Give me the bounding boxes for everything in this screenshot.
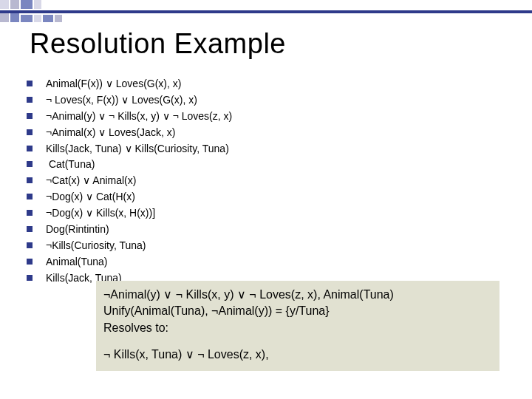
bullet-icon xyxy=(27,113,33,119)
clause-text: ¬Cat(x) ∨ Animal(x) xyxy=(46,174,136,188)
deco-square xyxy=(34,0,41,9)
bullet-icon xyxy=(27,146,33,151)
clause-row: ¬Dog(x) ∨ Kills(x, H(x))] xyxy=(27,206,517,220)
clause-text: ¬Animal(y) ∨ ¬ Kills(x, y) ∨ ¬ Loves(z, … xyxy=(46,109,232,123)
bullet-icon xyxy=(27,129,33,135)
deco-square xyxy=(21,0,33,9)
resolution-highlight-box: ¬Animal(y) ∨ ¬ Kills(x, y) ∨ ¬ Loves(z, … xyxy=(96,281,499,371)
bullet-icon xyxy=(27,194,33,200)
clause-text: ¬Kills(Curiosity, Tuna) xyxy=(46,239,146,253)
deco-square xyxy=(0,0,9,9)
bullet-icon xyxy=(27,275,33,281)
deco-square xyxy=(43,15,53,22)
highlight-line-2: Unify(Animal(Tuna), ¬Animal(y)) = {y/Tun… xyxy=(103,303,492,319)
bullet-icon xyxy=(27,210,33,216)
highlight-line-4: ¬ Kills(x, Tuna) ∨ ¬ Loves(z, x), xyxy=(103,347,492,363)
clause-row: ¬Cat(x) ∨ Animal(x) xyxy=(27,174,517,188)
clause-row: ¬Animal(x) ∨ Loves(Jack, x) xyxy=(27,126,517,140)
clause-row: Dog(Rintintin) xyxy=(27,222,517,236)
clause-text: ¬ Loves(x, F(x)) ∨ Loves(G(x), x) xyxy=(46,93,197,107)
top-accent-bar xyxy=(0,10,532,13)
clause-row: Animal(Tuna) xyxy=(27,255,517,269)
clause-row: ¬Kills(Curiosity, Tuna) xyxy=(27,239,517,253)
clause-text: Animal(Tuna) xyxy=(46,255,108,269)
clause-text: ¬Dog(x) ∨ Cat(H(x) xyxy=(46,190,135,204)
bullet-icon xyxy=(27,259,33,265)
highlight-line-3: Resolves to: xyxy=(103,320,492,336)
clause-text: ¬Dog(x) ∨ Kills(x, H(x))] xyxy=(46,206,155,220)
bullet-icon xyxy=(27,226,33,232)
clause-row: Cat(Tuna) xyxy=(27,157,517,171)
deco-square xyxy=(55,15,62,22)
deco-square xyxy=(10,0,19,9)
clause-row: ¬Animal(y) ∨ ¬ Kills(x, y) ∨ ¬ Loves(z, … xyxy=(27,109,517,123)
bullet-icon xyxy=(27,81,33,86)
highlight-line-1: ¬Animal(y) ∨ ¬ Kills(x, y) ∨ ¬ Loves(z, … xyxy=(103,287,492,303)
clause-row: Kills(Jack, Tuna) ∨ Kills(Curiosity, Tun… xyxy=(27,142,517,156)
bullet-icon xyxy=(27,97,33,103)
slide-title: Resolution Example xyxy=(30,28,286,60)
bullet-icon xyxy=(27,242,33,248)
clause-text: Animal(F(x)) ∨ Loves(G(x), x) xyxy=(46,77,181,91)
bullet-icon xyxy=(27,161,33,167)
clause-text: Dog(Rintintin) xyxy=(46,222,109,236)
bullet-icon xyxy=(27,177,33,183)
deco-square xyxy=(21,15,33,22)
deco-square xyxy=(34,15,41,22)
clause-row: ¬ Loves(x, F(x)) ∨ Loves(G(x), x) xyxy=(27,93,517,107)
clause-row: ¬Dog(x) ∨ Cat(H(x) xyxy=(27,190,517,204)
clause-text: ¬Animal(x) ∨ Loves(Jack, x) xyxy=(46,126,175,140)
clause-text: Cat(Tuna) xyxy=(46,157,95,171)
clause-list: Animal(F(x)) ∨ Loves(G(x), x)¬ Loves(x, … xyxy=(27,77,517,287)
clause-text: Kills(Jack, Tuna) ∨ Kills(Curiosity, Tun… xyxy=(46,142,229,156)
clause-row: Animal(F(x)) ∨ Loves(G(x), x) xyxy=(27,77,517,91)
